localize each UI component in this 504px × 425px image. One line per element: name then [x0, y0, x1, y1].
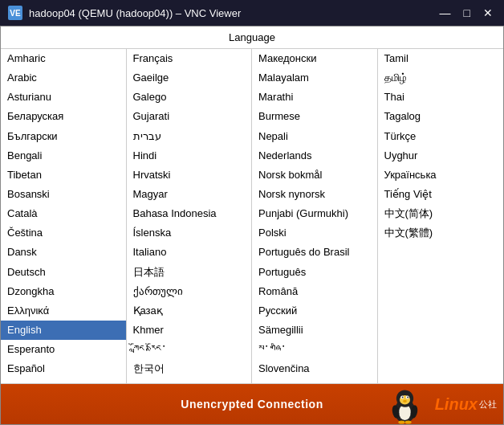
language-item[interactable]: ས་གཞི་ [252, 340, 377, 359]
language-item[interactable]: Deutsch [1, 263, 126, 282]
language-item[interactable]: Punjabi (Gurmukhi) [252, 204, 377, 223]
language-item[interactable]: Gaeilge [127, 68, 252, 88]
penguin-icon [387, 388, 423, 424]
language-item[interactable]: Gujarati [127, 107, 252, 126]
language-item[interactable]: 中文(繁體) [378, 223, 504, 243]
language-grid: AmharicArabicAsturianuБеларускаяБългарск… [1, 49, 503, 384]
language-item[interactable]: Беларуская [1, 107, 126, 126]
language-item[interactable]: Català [1, 204, 126, 223]
language-item[interactable]: Íslenska [127, 223, 252, 243]
language-item[interactable]: ཀློང་རྫོང་ [127, 340, 252, 359]
language-item[interactable]: Dansk [1, 243, 126, 262]
minimize-button[interactable]: — [437, 7, 454, 18]
language-item[interactable]: தமிழ் [378, 68, 504, 88]
language-item[interactable]: Українська [378, 166, 504, 185]
svg-point-11 [398, 421, 404, 424]
language-item[interactable]: Português do Brasil [252, 243, 377, 262]
language-item[interactable]: Norsk nynorsk [252, 185, 377, 204]
language-item[interactable]: Tibetan [1, 166, 126, 185]
language-column-3: МакедонскиMalayalamMarathiBurmeseNepaliN… [252, 49, 378, 383]
svg-point-7 [407, 396, 408, 398]
language-item[interactable]: Malayalam [252, 68, 377, 88]
language-item[interactable]: Kurdî [127, 378, 252, 383]
svg-point-12 [405, 421, 412, 424]
language-item[interactable]: Bahasa Indonesia [127, 204, 252, 223]
language-item[interactable]: Português [252, 263, 377, 282]
language-item[interactable]: Hindi [127, 146, 252, 166]
language-item[interactable]: Türkçe [378, 127, 504, 146]
language-item[interactable]: Қазақ [127, 301, 252, 321]
language-item[interactable]: Khmer [127, 321, 252, 340]
language-item[interactable]: Slovenščina [252, 378, 377, 383]
language-item[interactable]: ქართული [127, 282, 252, 301]
language-item[interactable]: 한국어 [127, 359, 252, 378]
language-item[interactable]: Burmese [252, 107, 377, 126]
logo-domain: 公社 [479, 398, 497, 411]
language-item[interactable]: Arabic [1, 68, 126, 88]
window-content: Language AmharicArabicAsturianuБеларуска… [0, 26, 504, 425]
title-bar: VE hadoop04 (QEMU (hadoop04)) – VNC View… [0, 0, 504, 26]
svg-point-8 [403, 400, 407, 403]
language-item[interactable]: Amharic [1, 49, 126, 68]
language-item[interactable]: Slovenčina [252, 359, 377, 378]
language-item[interactable]: Polski [252, 223, 377, 243]
language-header: Language [1, 27, 503, 49]
window-controls: — □ ✕ [437, 7, 496, 18]
language-item[interactable]: Bosanski [1, 185, 126, 204]
language-item[interactable]: Français [127, 49, 252, 68]
close-button[interactable]: ✕ [480, 7, 496, 18]
status-text: Unencrypted Connection [181, 398, 323, 411]
language-item[interactable]: Esperanto [1, 340, 126, 359]
language-item[interactable]: Македонски [252, 49, 377, 68]
svg-point-6 [402, 396, 404, 398]
language-item[interactable]: Galego [127, 88, 252, 107]
language-item[interactable]: Sämegillii [252, 321, 377, 340]
language-item[interactable]: Uyghur [378, 146, 504, 166]
language-item[interactable]: Tiếng Việt [378, 185, 504, 204]
language-item[interactable]: Tagalog [378, 107, 504, 126]
language-item[interactable]: Thai [378, 88, 504, 107]
language-item[interactable]: Español [1, 359, 126, 378]
language-item[interactable]: עברית [127, 127, 252, 146]
language-item[interactable]: 中文(简体) [378, 204, 504, 223]
language-item[interactable]: English [1, 321, 126, 340]
language-item[interactable]: Nepali [252, 127, 377, 146]
language-item[interactable]: Asturianu [1, 88, 126, 107]
language-item[interactable]: Eesti [1, 378, 126, 383]
language-item[interactable]: Tamil [378, 49, 504, 68]
language-item[interactable]: Dzongkha [1, 282, 126, 301]
language-item[interactable]: Marathi [252, 88, 377, 107]
maximize-button[interactable]: □ [461, 7, 474, 18]
logo-area: Linux 公社 [435, 395, 497, 414]
window-title: hadoop04 (QEMU (hadoop04)) – VNC Viewer [29, 7, 437, 19]
language-item[interactable]: Bengali [1, 146, 126, 166]
language-item[interactable]: Ελληνικά [1, 301, 126, 321]
language-column-1: AmharicArabicAsturianuБеларускаяБългарск… [1, 49, 127, 383]
language-item[interactable]: Български [1, 127, 126, 146]
status-bar: Unencrypted Connection Linu [1, 384, 503, 424]
linux-logo: Linux [435, 395, 478, 414]
language-item[interactable]: Română [252, 282, 377, 301]
language-item[interactable]: Hrvatski [127, 166, 252, 185]
language-item[interactable]: Norsk bokmål [252, 166, 377, 185]
language-column-4: Tamilதமிழ்ThaiTagalogTürkçeUyghurУкраїнс… [378, 49, 504, 383]
language-item[interactable]: 日本語 [127, 263, 252, 282]
language-item[interactable]: Русский [252, 301, 377, 321]
language-item[interactable]: Čeština [1, 223, 126, 243]
language-item[interactable]: Magyar [127, 185, 252, 204]
language-item[interactable]: Italiano [127, 243, 252, 262]
language-item[interactable]: Nederlands [252, 146, 377, 166]
language-column-2: FrançaisGaeilgeGalegoGujaratiעבריתHindiH… [127, 49, 253, 383]
app-icon: VE [8, 6, 22, 20]
